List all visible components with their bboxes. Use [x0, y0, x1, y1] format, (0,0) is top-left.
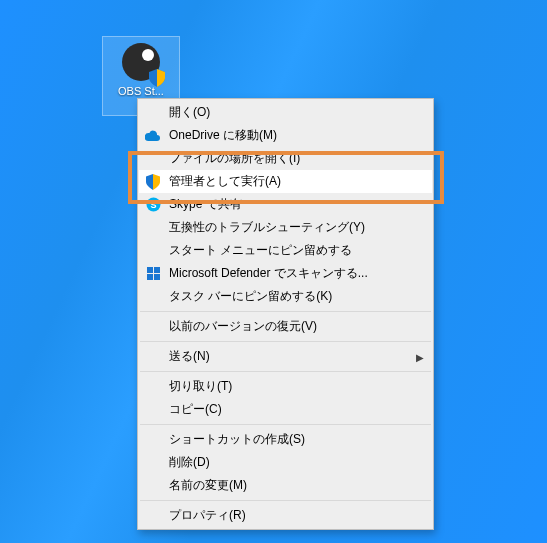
menu-item-send-to[interactable]: 送る(N) ▶	[139, 345, 432, 368]
menu-item-label: 管理者として実行(A)	[169, 173, 281, 190]
svg-rect-4	[147, 274, 153, 280]
skype-icon: S	[144, 196, 162, 214]
menu-item-label: Microsoft Defender でスキャンする...	[169, 265, 368, 282]
svg-rect-5	[154, 274, 160, 280]
menu-item-rename[interactable]: 名前の変更(M)	[139, 474, 432, 497]
menu-item-label: 名前の変更(M)	[169, 477, 247, 494]
menu-item-properties[interactable]: プロパティ(R)	[139, 504, 432, 527]
menu-item-compat-troubleshoot[interactable]: 互換性のトラブルシューティング(Y)	[139, 216, 432, 239]
menu-item-label: 開く(O)	[169, 104, 210, 121]
menu-item-defender-scan[interactable]: Microsoft Defender でスキャンする...	[139, 262, 432, 285]
menu-item-restore-previous[interactable]: 以前のバージョンの復元(V)	[139, 315, 432, 338]
desktop-icon-label: OBS St...	[103, 85, 179, 97]
menu-item-create-shortcut[interactable]: ショートカットの作成(S)	[139, 428, 432, 451]
menu-item-label: Skype で共有	[169, 196, 242, 213]
menu-item-label: スタート メニューにピン留めする	[169, 242, 352, 259]
svg-rect-2	[147, 267, 153, 273]
chevron-right-icon: ▶	[416, 351, 424, 362]
menu-item-label: 以前のバージョンの復元(V)	[169, 318, 317, 335]
menu-separator	[140, 371, 431, 372]
menu-item-open[interactable]: 開く(O)	[139, 101, 432, 124]
shortcut-shield-icon	[149, 69, 165, 87]
menu-item-onedrive[interactable]: OneDrive に移動(M)	[139, 124, 432, 147]
menu-item-run-as-admin[interactable]: 管理者として実行(A)	[139, 170, 432, 193]
svg-rect-3	[154, 267, 160, 273]
menu-item-label: プロパティ(R)	[169, 507, 246, 524]
defender-icon	[144, 265, 162, 283]
menu-item-cut[interactable]: 切り取り(T)	[139, 375, 432, 398]
menu-separator	[140, 424, 431, 425]
menu-separator	[140, 500, 431, 501]
menu-item-label: 互換性のトラブルシューティング(Y)	[169, 219, 365, 236]
menu-item-label: 削除(D)	[169, 454, 210, 471]
shield-icon	[144, 173, 162, 191]
menu-separator	[140, 311, 431, 312]
context-menu: 開く(O) OneDrive に移動(M) ファイルの場所を開く(I) 管理者と…	[137, 98, 434, 530]
svg-text:S: S	[150, 200, 156, 210]
menu-separator	[140, 341, 431, 342]
menu-item-label: タスク バーにピン留めする(K)	[169, 288, 332, 305]
menu-item-label: 送る(N)	[169, 348, 210, 365]
menu-item-label: ショートカットの作成(S)	[169, 431, 305, 448]
menu-item-pin-start[interactable]: スタート メニューにピン留めする	[139, 239, 432, 262]
cloud-icon	[144, 127, 162, 145]
menu-item-pin-taskbar[interactable]: タスク バーにピン留めする(K)	[139, 285, 432, 308]
menu-item-delete[interactable]: 削除(D)	[139, 451, 432, 474]
menu-item-skype-share[interactable]: S Skype で共有	[139, 193, 432, 216]
menu-item-label: コピー(C)	[169, 401, 222, 418]
menu-item-label: OneDrive に移動(M)	[169, 127, 277, 144]
menu-item-open-file-location[interactable]: ファイルの場所を開く(I)	[139, 147, 432, 170]
menu-item-copy[interactable]: コピー(C)	[139, 398, 432, 421]
menu-item-label: ファイルの場所を開く(I)	[169, 150, 300, 167]
menu-item-label: 切り取り(T)	[169, 378, 232, 395]
